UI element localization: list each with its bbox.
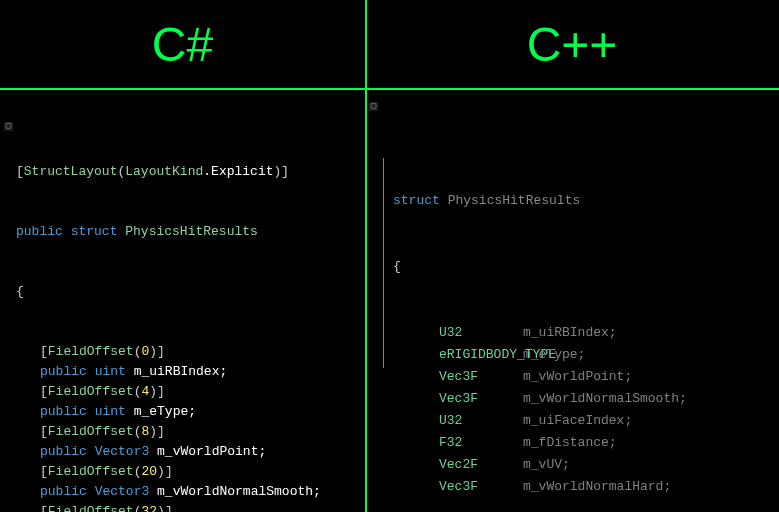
cpp-field-decl: Vec3Fm_vWorldNormalSmooth;: [393, 388, 771, 410]
cpp-field-decl: F32m_fDistance;: [393, 432, 771, 454]
cpp-field-name: m_vWorldNormalHard;: [523, 476, 671, 498]
cpp-field-type: Vec3F: [393, 476, 523, 498]
fold-guide-line: [383, 158, 384, 368]
cpp-field-name: m_eType;: [523, 344, 585, 366]
cpp-field-type: U32: [393, 410, 523, 432]
cpp-field-type: eRIGIDBODY_TYPE: [393, 344, 523, 366]
csharp-field-decl: public uint m_eType;: [16, 402, 357, 422]
csharp-field-offset-attr: [FieldOffset(8)]: [16, 422, 357, 442]
csharp-field-offset-attr: [FieldOffset(0)]: [16, 342, 357, 362]
cpp-field-name: m_vUV;: [523, 454, 570, 476]
cpp-field-type: U32: [393, 322, 523, 344]
vertical-divider: [365, 0, 367, 512]
cpp-field-name: m_vWorldNormalSmooth;: [523, 388, 687, 410]
brace-open: {: [16, 282, 357, 302]
csharp-code-panel[interactable]: ▢ [StructLayout(LayoutKind.Explicit)] pu…: [0, 88, 365, 512]
cpp-struct-line: struct PhysicsHitResults: [393, 190, 771, 212]
csharp-field-decl: public uint m_uiRBIndex;: [16, 362, 357, 382]
csharp-field-decl: public Vector3 m_vWorldNormalSmooth;: [16, 482, 357, 502]
fold-icon[interactable]: ▢: [369, 102, 378, 111]
cpp-field-decl: eRIGIDBODY_TYPEm_eType;: [393, 344, 771, 366]
cpp-field-name: m_fDistance;: [523, 432, 617, 454]
header-right: C++: [365, 0, 779, 88]
cpp-field-decl: Vec2Fm_vUV;: [393, 454, 771, 476]
header-right-label: C++: [527, 17, 618, 72]
cpp-field-name: m_uiFaceIndex;: [523, 410, 632, 432]
csharp-field-offset-attr: [FieldOffset(4)]: [16, 382, 357, 402]
cpp-field-decl: U32m_uiRBIndex;: [393, 322, 771, 344]
cpp-field-decl: U32m_uiFaceIndex;: [393, 410, 771, 432]
cpp-field-decl: Vec3Fm_vWorldPoint;: [393, 366, 771, 388]
cpp-field-decl: Vec3Fm_vWorldNormalHard;: [393, 476, 771, 498]
csharp-field-offset-attr: [FieldOffset(20)]: [16, 462, 357, 482]
header-left: C#: [0, 0, 365, 88]
horizontal-divider: [0, 88, 779, 90]
cpp-field-type: Vec3F: [393, 388, 523, 410]
cpp-field-name: m_uiRBIndex;: [523, 322, 617, 344]
csharp-field-offset-attr: [FieldOffset(32)]: [16, 502, 357, 512]
csharp-struct-line: public struct PhysicsHitResults: [16, 222, 357, 242]
cpp-field-type: F32: [393, 432, 523, 454]
csharp-attr-line: [StructLayout(LayoutKind.Explicit)]: [16, 162, 357, 182]
csharp-field-decl: public Vector3 m_vWorldPoint;: [16, 442, 357, 462]
cpp-field-name: m_vWorldPoint;: [523, 366, 632, 388]
gutter-right: ▢: [369, 102, 381, 168]
cpp-field-type: Vec3F: [393, 366, 523, 388]
comparison-grid: C# C++ ▢ [StructLayout(LayoutKind.Explic…: [0, 0, 779, 512]
header-left-label: C#: [152, 17, 213, 72]
fold-icon[interactable]: ▢: [4, 122, 13, 131]
gutter-left: ▢: [4, 102, 16, 162]
cpp-field-type: Vec2F: [393, 454, 523, 476]
brace-open: {: [393, 256, 771, 278]
cpp-code-panel[interactable]: ▢ struct PhysicsHitResults { U32m_uiRBIn…: [365, 88, 779, 512]
